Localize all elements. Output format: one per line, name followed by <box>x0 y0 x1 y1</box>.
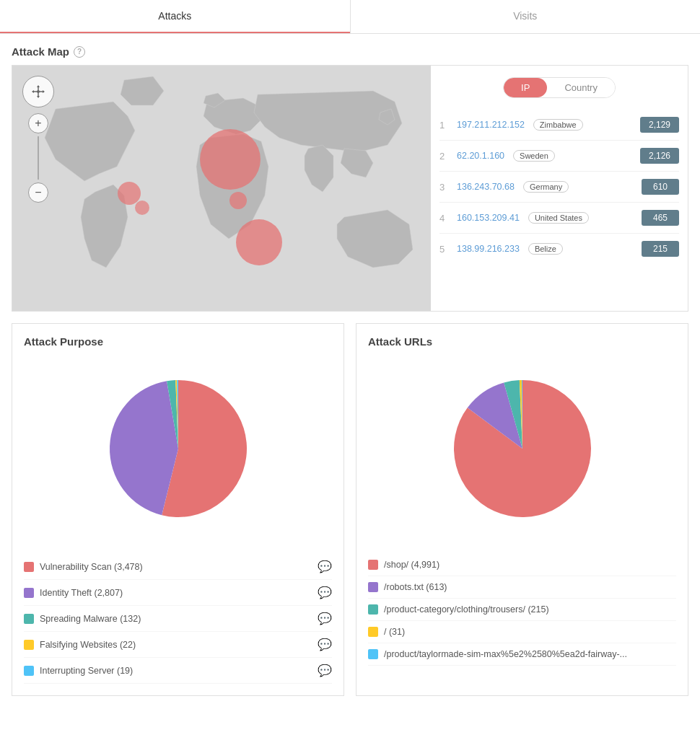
ip-country-tag: Germany <box>523 181 569 193</box>
svg-marker-5 <box>43 90 45 93</box>
attack-purpose-section: Attack Purpose Vulnerability Scan (3,478… <box>12 323 344 696</box>
ip-table-row: 5 138.99.216.233 Belize 215 <box>439 234 679 264</box>
ip-toggle-button[interactable]: IP <box>504 78 547 97</box>
legend-chat-icon[interactable]: 💬 <box>318 560 332 573</box>
legend-label-text: Falsifying Websites (22) <box>40 640 312 650</box>
attack-urls-section: Attack URLs /shop/ (4,991) /robots.txt (… <box>356 323 688 696</box>
legend-color-swatch <box>24 588 34 598</box>
legend-color-swatch <box>24 614 34 624</box>
map-area: + − <box>12 66 431 311</box>
legend-item: Interrupting Server (19) 💬 <box>24 658 332 684</box>
legend-item: Spreading Malware (132) 💬 <box>24 606 332 632</box>
ip-country-tag: Sweden <box>513 150 555 162</box>
tab-attacks[interactable]: Attacks <box>0 0 350 33</box>
legend-chat-icon[interactable]: 💬 <box>318 586 332 599</box>
legend-label-text: /shop/ (4,991) <box>384 560 676 570</box>
legend-color-swatch <box>368 627 378 637</box>
attack-map-title: Attack Map ? <box>12 45 688 58</box>
zoom-line <box>38 136 39 180</box>
map-controls: + − <box>22 76 54 203</box>
svg-marker-3 <box>37 96 40 98</box>
legend-item: Identity Theft (2,807) 💬 <box>24 580 332 606</box>
ip-country-tag: Belize <box>528 243 563 255</box>
svg-marker-4 <box>32 90 34 93</box>
legend-chat-icon[interactable]: 💬 <box>318 638 332 651</box>
svg-point-11 <box>118 182 141 205</box>
legend-label-text: Identity Theft (2,807) <box>40 588 312 598</box>
legend-color-swatch <box>368 649 378 659</box>
ip-address[interactable]: 138.99.216.233 <box>457 244 520 254</box>
ip-count-badge: 465 <box>642 210 679 226</box>
legend-color-swatch <box>368 604 378 615</box>
world-map-svg <box>12 66 431 311</box>
legend-color-swatch <box>24 640 34 650</box>
legend-label-text: Interrupting Server (19) <box>40 666 312 676</box>
attack-purpose-title: Attack Purpose <box>24 335 332 348</box>
page-content: Attack Map ? <box>0 34 700 708</box>
ip-count-badge: 610 <box>642 179 679 195</box>
attack-purpose-legend: Vulnerability Scan (3,478) 💬 Identity Th… <box>24 554 332 684</box>
attack-map-container: + − <box>12 65 688 312</box>
legend-label-text: /robots.txt (613) <box>384 582 676 592</box>
legend-label-text: / (31) <box>384 627 676 637</box>
legend-chat-icon[interactable]: 💬 <box>318 612 332 625</box>
legend-chat-icon[interactable]: 💬 <box>318 664 332 677</box>
ip-row-num: 1 <box>439 120 451 131</box>
legend-label-text: /product-category/clothing/trousers/ (21… <box>384 604 676 615</box>
attack-urls-pie <box>443 369 602 528</box>
ip-table-row: 4 160.153.209.41 United States 465 <box>439 203 679 234</box>
legend-label-text: Vulnerability Scan (3,478) <box>40 562 312 572</box>
attack-purpose-pie <box>99 369 258 528</box>
ip-table-row: 1 197.211.212.152 Zimbabwe 2,129 <box>439 110 679 141</box>
ip-country-tag: Zimbabwe <box>533 119 583 131</box>
ip-address[interactable]: 136.243.70.68 <box>457 182 515 192</box>
svg-point-8 <box>200 129 261 190</box>
tab-visits[interactable]: Visits <box>350 0 701 33</box>
help-icon[interactable]: ? <box>74 46 85 58</box>
svg-marker-2 <box>37 85 40 87</box>
svg-point-6 <box>37 90 40 93</box>
legend-item: /product/taylormade-sim-max%5e2%2580%5ea… <box>368 643 676 666</box>
ip-table: 1 197.211.212.152 Zimbabwe 2,129 2 62.20… <box>439 110 679 264</box>
ip-count-badge: 215 <box>642 241 679 257</box>
svg-point-10 <box>236 219 282 265</box>
legend-color-swatch <box>368 560 378 570</box>
zoom-out-button[interactable]: − <box>28 182 48 203</box>
ip-address[interactable]: 197.211.212.152 <box>457 120 525 130</box>
ip-address[interactable]: 160.153.209.41 <box>457 213 520 223</box>
ip-row-num: 5 <box>439 244 451 255</box>
view-toggle: IP Country <box>503 77 616 98</box>
attack-urls-chart <box>368 355 676 542</box>
legend-label-text: Spreading Malware (132) <box>40 614 312 624</box>
attack-urls-title: Attack URLs <box>368 335 676 348</box>
zoom-in-button[interactable]: + <box>28 113 48 133</box>
zoom-track: + − <box>28 113 48 203</box>
legend-item: / (31) <box>368 621 676 643</box>
lower-sections: Attack Purpose Vulnerability Scan (3,478… <box>12 323 688 696</box>
legend-color-swatch <box>24 562 34 572</box>
ip-country-tag: United States <box>528 212 589 224</box>
ip-count-badge: 2,129 <box>640 117 679 133</box>
ip-table-row: 3 136.243.70.68 Germany 610 <box>439 172 679 203</box>
ip-row-num: 2 <box>439 151 451 162</box>
pan-control[interactable] <box>22 76 54 107</box>
attack-urls-legend: /shop/ (4,991) /robots.txt (613) /produc… <box>368 554 676 666</box>
ip-table-area: IP Country 1 197.211.212.152 Zimbabwe 2,… <box>431 66 688 311</box>
legend-label-text: /product/taylormade-sim-max%5e2%2580%5ea… <box>384 649 676 659</box>
legend-color-swatch <box>24 666 34 676</box>
svg-point-12 <box>135 201 149 215</box>
legend-item: /robots.txt (613) <box>368 576 676 599</box>
legend-item: /product-category/clothing/trousers/ (21… <box>368 599 676 621</box>
legend-item: Falsifying Websites (22) 💬 <box>24 632 332 658</box>
svg-point-9 <box>229 192 247 209</box>
ip-table-row: 2 62.20.1.160 Sweden 2,126 <box>439 141 679 172</box>
ip-count-badge: 2,126 <box>640 148 679 164</box>
ip-row-num: 4 <box>439 213 451 224</box>
ip-address[interactable]: 62.20.1.160 <box>457 151 504 161</box>
attack-purpose-chart <box>24 355 332 542</box>
ip-row-num: 3 <box>439 182 451 193</box>
main-tabs: Attacks Visits <box>0 0 700 34</box>
country-toggle-button[interactable]: Country <box>547 78 615 97</box>
legend-item: /shop/ (4,991) <box>368 554 676 576</box>
legend-item: Vulnerability Scan (3,478) 💬 <box>24 554 332 580</box>
